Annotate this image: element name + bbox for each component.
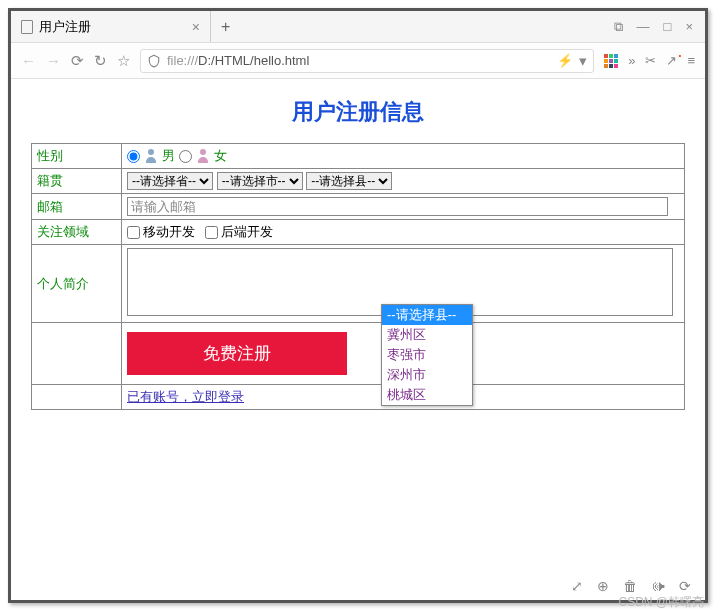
email-input[interactable] [127,197,668,216]
dropdown-option[interactable]: 桃城区 [382,385,472,405]
page-title: 用户注册信息 [31,97,685,127]
label-hometown: 籍贯 [32,169,122,194]
browser-tab[interactable]: 用户注册 × [11,11,211,42]
status-expand-icon[interactable]: ⤢ [571,578,583,594]
county-dropdown-menu[interactable]: --请选择县-- 冀州区 枣强市 深州市 桃城区 [381,304,473,406]
window-controls: ⧉ — □ × [602,19,705,35]
select-county[interactable]: --请选择县-- [306,172,392,190]
dropdown-option[interactable]: 深州市 [382,365,472,385]
forward-button[interactable]: → [46,52,61,69]
label-male: 男 [162,147,175,165]
new-tab-button[interactable]: + [211,18,240,36]
document-icon [21,20,33,34]
browser-window: 用户注册 × + ⧉ — □ × ← → ⟳ ↻ ☆ file:///D:/HT… [11,11,705,600]
favorite-button[interactable]: ☆ [117,52,130,70]
checkbox-backend[interactable] [205,226,218,239]
popup-icon[interactable]: ⧉ [614,19,623,35]
status-sound-icon[interactable]: 🕪 [651,578,665,594]
more-icon[interactable]: » [628,53,635,68]
titlebar: 用户注册 × + ⧉ — □ × [11,11,705,43]
status-plus-icon[interactable]: ⊕ [597,578,609,594]
arrow-icon[interactable]: ↗• [666,53,677,68]
login-link[interactable]: 已有账号，立即登录 [127,389,244,404]
label-intro: 个人简介 [32,245,122,323]
url-input[interactable]: file:///D:/HTML/hello.html ⚡ ▾ [140,49,594,73]
reload-button[interactable]: ⟳ [71,52,84,70]
female-icon [196,149,210,163]
interest-row: 移动开发 后端开发 [127,223,679,241]
tab-title: 用户注册 [39,18,91,36]
hometown-cell: --请选择省-- --请选择市-- --请选择县-- [122,169,685,194]
apps-icon[interactable] [604,54,618,68]
close-window-icon[interactable]: × [685,19,693,35]
bolt-icon[interactable]: ⚡ [557,53,573,68]
label-gender: 性别 [32,144,122,169]
select-city[interactable]: --请选择市-- [217,172,303,190]
submit-button[interactable]: 免费注册 [127,332,347,375]
registration-form: 性别 男 女 籍贯 --请选择省-- --请选择市-- --请选择县-- [31,143,685,410]
scissors-icon[interactable]: ✂ [645,53,656,68]
status-refresh-icon[interactable]: ⟳ [679,578,691,594]
male-icon [144,149,158,163]
status-bar: ⤢ ⊕ 🗑 🕪 ⟳ [571,578,691,594]
menu-icon[interactable]: ≡ [687,53,695,68]
minimize-icon[interactable]: — [637,19,650,35]
url-dropdown-icon[interactable]: ▾ [579,52,587,70]
label-interest: 关注领域 [32,220,122,245]
radio-female[interactable] [179,150,192,163]
page-content: 用户注册信息 性别 男 女 籍贯 --请选择省-- --请选择市-- --请选择… [11,79,705,600]
status-trash-icon[interactable]: 🗑 [623,578,637,594]
label-female: 女 [214,147,227,165]
reload2-button[interactable]: ↻ [94,52,107,70]
back-button[interactable]: ← [21,52,36,69]
label-email: 邮箱 [32,194,122,220]
maximize-icon[interactable]: □ [664,19,672,35]
watermark: CSDN @韩曙亮 [618,594,704,611]
gender-row: 男 女 [127,147,679,165]
checkbox-mobile[interactable] [127,226,140,239]
select-province[interactable]: --请选择省-- [127,172,213,190]
dropdown-option[interactable]: 冀州区 [382,325,472,345]
checkbox-backend-label[interactable]: 后端开发 [205,223,273,241]
url-text: file:///D:/HTML/hello.html [167,53,551,68]
checkbox-mobile-label[interactable]: 移动开发 [127,223,195,241]
close-tab-icon[interactable]: × [192,19,200,35]
shield-icon [147,54,161,68]
address-bar: ← → ⟳ ↻ ☆ file:///D:/HTML/hello.html ⚡ ▾… [11,43,705,79]
dropdown-option[interactable]: --请选择县-- [382,305,472,325]
dropdown-option[interactable]: 枣强市 [382,345,472,365]
radio-male[interactable] [127,150,140,163]
